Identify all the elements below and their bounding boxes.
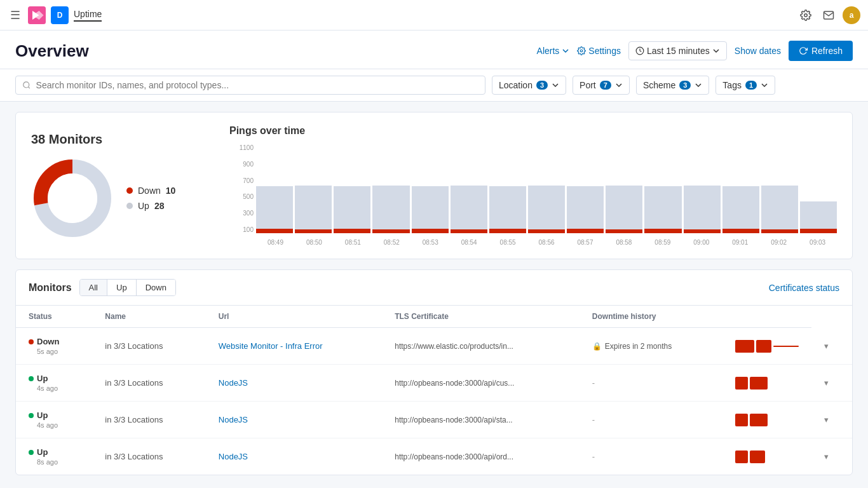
chart-bar-group	[761, 144, 798, 233]
dt-bar-red	[735, 340, 754, 353]
chart-bar-group	[334, 144, 370, 233]
status-dot	[29, 376, 34, 381]
status-time: 8s ago	[29, 458, 79, 466]
bar-down	[528, 229, 565, 233]
show-dates-button[interactable]: Show dates	[735, 46, 781, 56]
status-dot	[29, 413, 34, 418]
chart-x-label: 08:56	[527, 239, 566, 246]
col-status: Status	[16, 306, 92, 328]
bar-up	[644, 186, 681, 229]
dt-bar-red	[750, 377, 768, 390]
expand-cell[interactable]: ▾	[811, 328, 852, 365]
bar-down	[451, 229, 487, 233]
bar-down	[722, 229, 759, 233]
bar-down	[761, 229, 798, 233]
lock-icon: 🔒	[592, 342, 602, 351]
mail-icon[interactable]	[820, 6, 837, 24]
location-filter-button[interactable]: Location 3	[492, 76, 566, 95]
downtime-cell	[722, 438, 811, 475]
col-url: Url	[206, 306, 382, 328]
legend-items: Down 10 Up 28	[126, 186, 181, 211]
bar-down	[412, 229, 449, 233]
donut-chart	[31, 157, 114, 240]
svg-point-8	[48, 173, 97, 223]
user-avatar[interactable]: a	[843, 6, 860, 24]
chart-x-label: 08:53	[411, 239, 450, 246]
chart-x-labels: 08:4908:5008:5108:5208:5308:5408:5508:56…	[256, 239, 837, 246]
chart-bar-group	[606, 144, 642, 233]
expand-cell[interactable]: ▾	[811, 365, 852, 402]
status-cell: Up 4s ago	[16, 365, 92, 402]
location-text: in 3/3 Locations	[105, 415, 163, 424]
tab-up[interactable]: Up	[107, 280, 137, 295]
bar-up	[256, 186, 293, 229]
dt-bar-red	[735, 451, 748, 463]
chart-x-label: 08:59	[643, 239, 682, 246]
name-cell[interactable]: Website Monitor - Infra Error	[206, 328, 382, 365]
page-header: Overview Alerts Settings Last 15 minutes…	[0, 30, 868, 69]
location-cell: in 3/3 Locations	[92, 402, 205, 438]
dt-bar-red	[756, 340, 771, 353]
status-cell: Down 5s ago	[16, 328, 92, 365]
tab-all[interactable]: All	[80, 280, 107, 295]
monitor-link[interactable]: NodeJS	[219, 415, 248, 424]
app-name-label[interactable]: Uptime	[74, 9, 102, 22]
expand-icon[interactable]: ▾	[824, 415, 829, 424]
expand-icon[interactable]: ▾	[824, 378, 829, 388]
settings-button[interactable]: Settings	[577, 46, 621, 56]
bar-up	[334, 186, 370, 229]
legend-down: Down 10	[126, 186, 181, 196]
dt-bar-line	[773, 346, 799, 347]
monitor-link[interactable]: NodeJS	[219, 452, 248, 461]
monitor-link[interactable]: NodeJS	[219, 378, 248, 388]
refresh-button[interactable]: Refresh	[789, 41, 853, 61]
certificates-status-link[interactable]: Certificates status	[769, 283, 839, 293]
name-cell[interactable]: NodeJS	[206, 438, 382, 475]
name-cell[interactable]: NodeJS	[206, 402, 382, 438]
deployment-avatar[interactable]: D	[51, 6, 69, 24]
port-filter-button[interactable]: Port 7	[573, 76, 630, 95]
expand-cell[interactable]: ▾	[811, 438, 852, 475]
expand-icon[interactable]: ▾	[824, 452, 829, 461]
status-dot	[29, 339, 34, 344]
location-cell: in 3/3 Locations	[92, 365, 205, 402]
tls-cell: -	[580, 438, 722, 475]
search-container[interactable]	[15, 76, 485, 95]
status-label: Down	[37, 337, 59, 346]
monitors-summary: 38 Monitors Down 10	[31, 132, 209, 240]
chart-x-label: 08:57	[566, 239, 605, 246]
chart-title: Pings over time	[229, 125, 837, 137]
bar-down	[295, 229, 332, 233]
expand-cell[interactable]: ▾	[811, 402, 852, 438]
downtime-bars	[735, 451, 799, 463]
dt-bar-red	[750, 451, 765, 463]
location-text: in 3/3 Locations	[105, 378, 163, 388]
col-tls: TLS Certificate	[382, 306, 580, 328]
alerts-button[interactable]: Alerts	[537, 46, 570, 56]
chart-bar-group	[295, 144, 332, 233]
tab-down[interactable]: Down	[137, 280, 175, 295]
dt-bar-red	[750, 414, 768, 426]
status-cell: Up 4s ago	[16, 402, 92, 438]
search-input[interactable]	[36, 80, 478, 90]
scheme-filter-button[interactable]: Scheme 3	[636, 76, 709, 95]
tags-filter-button[interactable]: Tags 1	[715, 76, 775, 95]
bar-up	[567, 186, 604, 229]
bar-up	[372, 186, 409, 229]
url-cell: http://opbeans-node:3000/api/ord...	[382, 438, 580, 475]
settings-icon[interactable]	[797, 6, 815, 24]
tls-dash: -	[592, 378, 595, 388]
bar-up	[606, 186, 642, 229]
chart-x-label: 08:52	[372, 239, 411, 246]
name-cell[interactable]: NodeJS	[206, 365, 382, 402]
chart-x-label: 09:01	[721, 239, 759, 246]
donut-legend: Down 10 Up 28	[31, 157, 209, 240]
monitor-link[interactable]: Website Monitor - Infra Error	[219, 341, 323, 351]
expand-icon[interactable]: ▾	[824, 341, 829, 351]
hamburger-icon[interactable]: ☰	[8, 6, 23, 25]
location-text: in 3/3 Locations	[105, 452, 163, 461]
time-range-button[interactable]: Last 15 minutes	[628, 41, 727, 60]
table-row: Up 8s ago in 3/3 LocationsNodeJShttp://o…	[16, 438, 852, 475]
pings-chart-section: Pings over time 1100 900 700 500 300 100…	[229, 125, 837, 246]
col-downtime: Downtime history	[580, 306, 722, 328]
